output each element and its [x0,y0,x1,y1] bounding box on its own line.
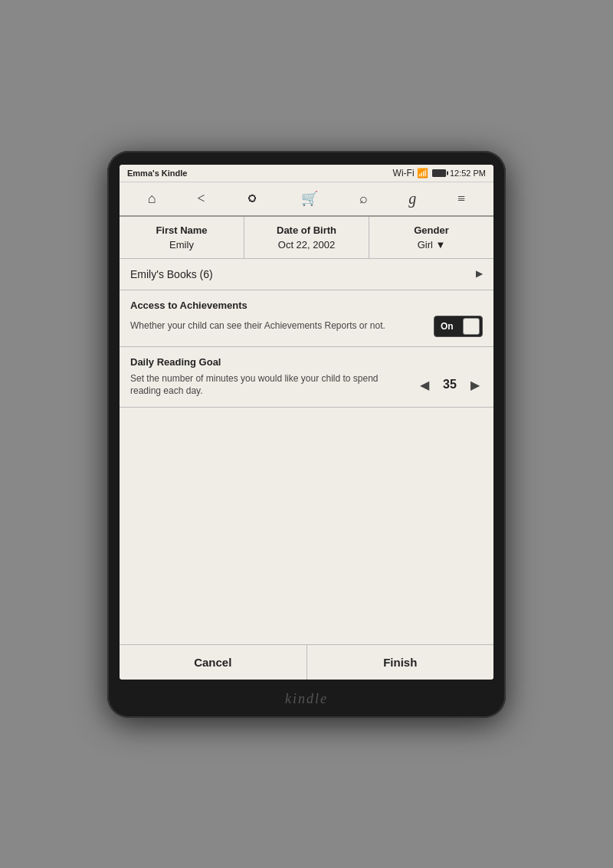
kindle-device: Emma's Kindle Wi-Fi 📶 12:52 PM ⌂ < ⭘ 🛒 ⌕… [107,151,506,718]
achievements-content: Whether your child can see their Achieve… [130,316,483,337]
first-name-cell: First Name Emily [120,217,244,258]
achievements-toggle[interactable]: On [434,316,483,337]
cancel-button[interactable]: Cancel [120,645,307,680]
reading-goal-stepper: ◀ 35 ▶ [417,376,483,394]
toggle-knob [463,318,480,335]
device-name: Emma's Kindle [127,169,187,178]
status-bar: Emma's Kindle Wi-Fi 📶 12:52 PM [120,165,493,182]
achievements-title: Access to Achievements [130,300,483,311]
increment-button[interactable]: ▶ [467,376,483,394]
battery-icon [432,169,446,177]
gender-cell[interactable]: Gender Girl ▼ [369,217,493,258]
kindle-brand-label: kindle [285,691,328,707]
wifi-icon: Wi-Fi 📶 [393,168,428,179]
first-name-value: Emily [129,239,234,251]
reading-goal-value: 35 [438,378,461,391]
reading-goal-content: Set the number of minutes you would like… [130,372,483,398]
finish-button[interactable]: Finish [307,645,494,680]
time-display: 12:52 PM [450,169,486,178]
menu-icon[interactable]: ≡ [453,189,470,208]
books-section-label: Emily's Books (6) [130,268,213,280]
footer-buttons: Cancel Finish [120,644,493,680]
decrement-button[interactable]: ◀ [417,376,432,394]
achievements-section: Access to Achievements Whether your chil… [120,290,493,347]
search-icon[interactable]: ⌕ [355,189,372,208]
dob-value: Oct 22, 2002 [254,239,359,251]
nav-bar: ⌂ < ⭘ 🛒 ⌕ g ≡ [120,182,493,217]
reading-goal-title: Daily Reading Goal [130,356,483,368]
cart-icon[interactable]: 🛒 [297,188,323,208]
goodreads-icon[interactable]: g [404,188,421,209]
achievements-desc: Whether your child can see their Achieve… [130,319,426,332]
books-section-arrow: ▶ [476,268,483,280]
toggle-label: On [441,321,454,332]
reading-goal-desc: Set the number of minutes you would like… [130,372,409,398]
dob-label: Date of Birth [254,224,359,236]
gender-value: Girl ▼ [379,239,484,251]
dob-cell: Date of Birth Oct 22, 2002 [244,217,369,258]
first-name-label: First Name [129,224,234,236]
content-spacer [120,408,493,644]
kindle-screen: Emma's Kindle Wi-Fi 📶 12:52 PM ⌂ < ⭘ 🛒 ⌕… [120,165,493,680]
profile-table: First Name Emily Date of Birth Oct 22, 2… [120,217,493,259]
status-right: Wi-Fi 📶 12:52 PM [393,168,486,179]
lightbulb-icon[interactable]: ⭘ [241,189,264,208]
reading-goal-section: Daily Reading Goal Set the number of min… [120,347,493,408]
books-section-row[interactable]: Emily's Books (6) ▶ [120,259,493,290]
content-area: First Name Emily Date of Birth Oct 22, 2… [120,217,493,680]
achievements-toggle-container: On [434,316,483,337]
gender-label: Gender [379,224,484,236]
home-icon[interactable]: ⌂ [143,189,161,208]
back-icon[interactable]: < [192,189,209,208]
